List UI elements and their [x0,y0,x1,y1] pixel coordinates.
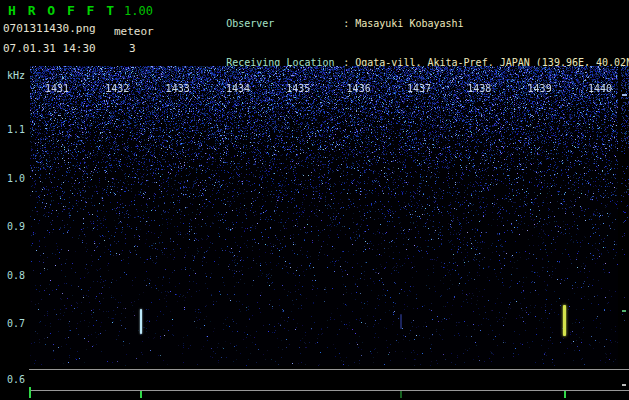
y-axis: kHz 1.11.00.90.80.70.6 [0,0,26,400]
x-tick-label: 1438 [467,83,491,94]
level-strip [29,369,629,391]
right-strip-canvas [621,66,629,396]
info-label: Observer [226,17,343,30]
hrofft-output-image: H R O F F T 1.00 0701311430.png meteor 0… [0,0,629,400]
x-tick-label: 1437 [407,83,431,94]
x-tick-label: 1440 [588,83,612,94]
app-version: 1.00 [124,4,153,18]
x-tick-label: 1434 [226,83,250,94]
y-axis-unit-label: kHz [0,70,25,81]
x-tick-label: 1439 [528,83,552,94]
echo-minute-tick [564,391,566,398]
y-tick-label: 0.8 [0,270,25,281]
y-tick-label: 0.6 [0,374,25,385]
y-tick-label: 1.1 [0,124,25,135]
info-row-observer: Observer: Masayuki Kobayashi [178,4,629,43]
noise-canvas [30,66,618,366]
x-tick-label: 1432 [105,83,129,94]
y-tick-label: 0.7 [0,318,25,329]
y-tick-label: 1.0 [0,173,25,184]
meteor-echo [400,314,402,329]
x-tick-label: 1431 [45,83,69,94]
y-tick-label: 0.9 [0,221,25,232]
echo-minute-tick [140,391,142,398]
spectrogram-plot: 1431143214331434143514361437143814391440 [30,66,618,366]
x-tick-label: 1435 [286,83,310,94]
echo-minute-tick [400,391,402,398]
mode-label: meteor [114,25,154,38]
meteor-echo [563,305,566,337]
meteor-count: 3 [129,42,136,55]
info-value: : Masayuki Kobayashi [343,18,463,29]
x-tick-label: 1433 [166,83,190,94]
x-tick-label: 1436 [347,83,371,94]
